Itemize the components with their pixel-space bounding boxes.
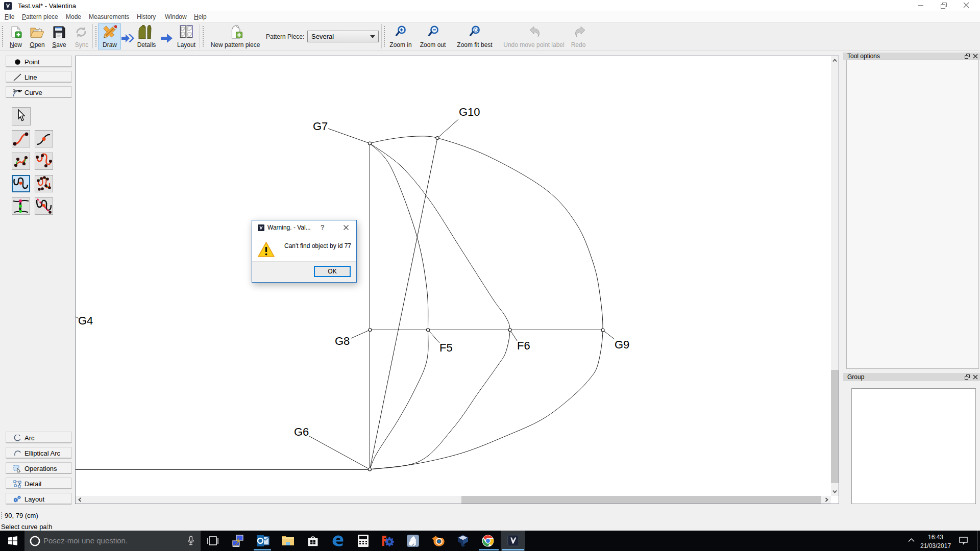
svg-text:G4: G4 [78,314,93,327]
svg-text:G10: G10 [459,106,480,118]
svg-text:G6: G6 [294,425,309,438]
svg-text:F6: F6 [517,339,530,352]
svg-text:G9: G9 [615,338,629,351]
svg-text:G8: G8 [335,335,350,347]
svg-text:G7: G7 [313,120,328,133]
svg-text:F5: F5 [439,341,453,354]
